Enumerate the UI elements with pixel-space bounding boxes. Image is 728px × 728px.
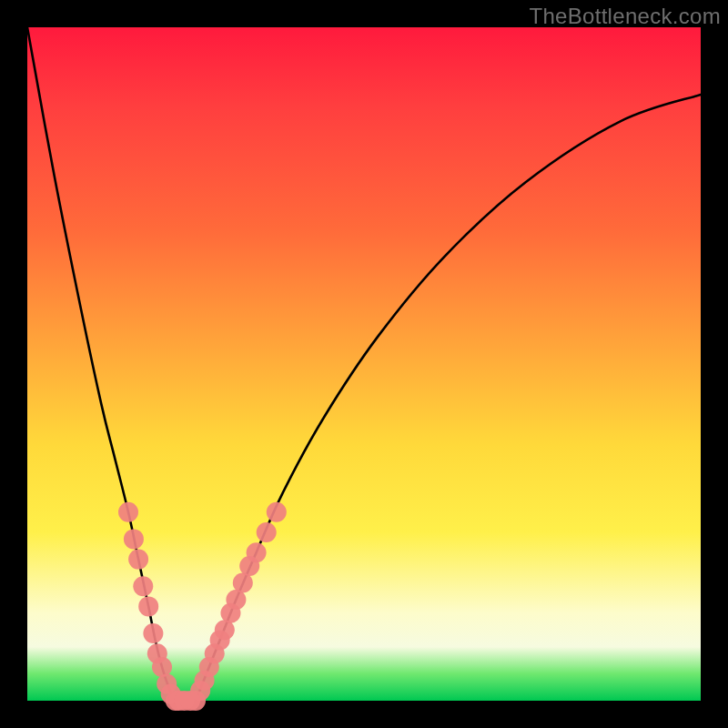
left-markers-dot — [133, 576, 153, 596]
right-markers-dot — [247, 542, 267, 562]
left-markers-dot — [118, 502, 138, 522]
right-markers-dot — [257, 522, 277, 542]
curve-layer — [27, 27, 701, 701]
left-markers-dot — [152, 657, 172, 677]
right-markers-dot — [267, 502, 287, 522]
chart-svg — [27, 27, 701, 701]
plot-area — [27, 27, 701, 701]
left-markers-dot — [124, 529, 144, 549]
left-markers-dot — [143, 623, 163, 643]
right-curve — [196, 95, 701, 701]
watermark-text: TheBottleneck.com — [529, 4, 721, 29]
bottom-markers-dot — [180, 691, 200, 711]
left-markers-dot — [128, 550, 148, 570]
chart-frame: TheBottleneck.com — [0, 0, 728, 728]
left-markers-dot — [138, 596, 158, 616]
marker-layer — [118, 502, 287, 711]
